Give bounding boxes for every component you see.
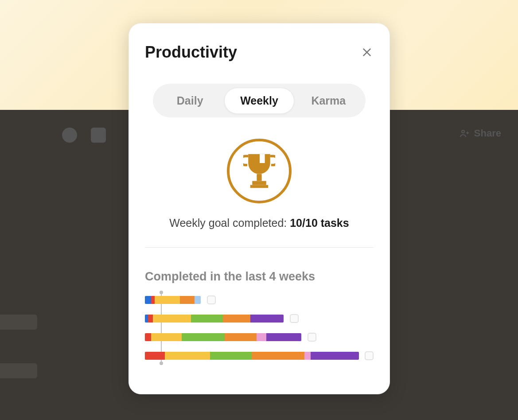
tab-karma[interactable]: Karma [294,88,363,113]
chart-segment [151,333,181,341]
chart-bar-row[interactable] [145,296,374,304]
goal-text: Weekly goal completed: 10/10 tasks [169,217,349,229]
chart-segment [153,315,191,323]
close-icon [361,46,373,58]
app-background: Share Productivity Daily Weekly Karma [0,0,518,420]
chart-segment [180,296,194,304]
bar-info-box[interactable] [290,314,299,323]
chart-bar-row[interactable] [145,352,374,360]
toolbar-button [91,128,106,143]
chart-segment [225,333,257,341]
svg-point-0 [462,130,464,133]
chart-segment [266,333,301,341]
section-title: Completed in the last 4 weeks [145,270,374,284]
tab-weekly[interactable]: Weekly [224,88,294,114]
chart-segment [151,296,154,304]
chart-segment [165,352,210,360]
chart-segment [223,315,250,323]
chart-bar [145,333,301,341]
tab-bar: Daily Weekly Karma [153,84,366,117]
chart-segment [182,333,225,341]
modal-header: Productivity [145,43,374,62]
share-icon [459,128,470,139]
background-block [0,315,37,330]
chart-segment [252,352,304,360]
trophy-badge [227,139,292,203]
chart-segment [155,296,180,304]
chart-bar [145,315,284,323]
goal-summary: Weekly goal completed: 10/10 tasks [145,139,374,229]
chart-segment [257,333,266,341]
share-button: Share [459,128,501,139]
avatar [62,128,77,143]
svg-rect-5 [250,185,269,188]
chart-segment [304,352,311,360]
chart-segment [191,315,223,323]
svg-rect-4 [252,181,266,185]
chart-segment [145,296,151,304]
goal-prefix: Weekly goal completed: [169,217,290,229]
chart-segment [195,296,201,304]
divider [145,247,374,248]
chart-bar-row[interactable] [145,315,374,323]
bar-info-box[interactable] [308,333,316,342]
chart-bar [145,296,201,304]
productivity-modal: Productivity Daily Weekly Karma [129,23,390,394]
chart-segment [311,352,358,360]
chart-segment [145,333,151,341]
chart-bar [145,352,359,360]
tab-daily[interactable]: Daily [156,88,224,113]
chart-segment [250,315,284,323]
chart-segment [145,315,148,323]
goal-value: 10/10 tasks [290,217,349,229]
bar-info-box[interactable] [207,296,216,304]
background-block [0,363,37,378]
close-button[interactable] [360,46,374,59]
bar-info-box[interactable] [365,351,374,360]
weekly-chart [145,296,374,360]
chart-segment [210,352,252,360]
svg-rect-3 [257,174,261,181]
chart-segment [148,315,153,323]
share-label: Share [474,128,501,139]
trophy-icon [243,152,275,190]
chart-bar-row[interactable] [145,333,374,341]
chart-segment [145,352,165,360]
modal-title: Productivity [145,43,237,62]
